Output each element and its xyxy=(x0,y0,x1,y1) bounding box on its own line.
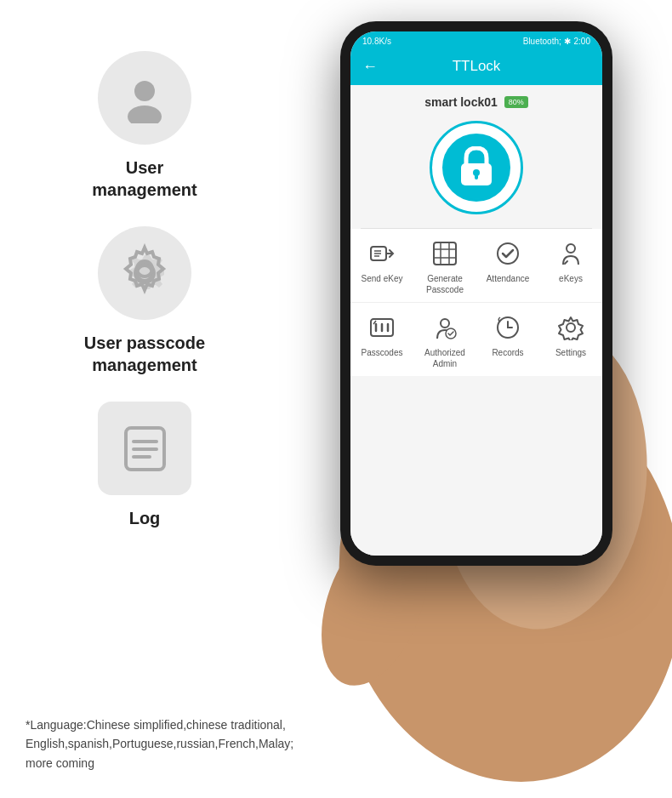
menu-ekeys[interactable]: eKeys xyxy=(539,229,602,302)
records-svg xyxy=(495,315,521,340)
feature-user-management: User management xyxy=(92,51,196,201)
svg-point-24 xyxy=(567,244,575,253)
back-button[interactable]: ← xyxy=(362,58,378,76)
menu-row-2: Passcodes Authorized Admin xyxy=(350,303,602,376)
settings-icon xyxy=(556,313,585,342)
attendance-icon xyxy=(493,239,522,268)
app-title: TTLock xyxy=(453,58,501,75)
screen-bottom-filler xyxy=(350,376,602,556)
log-label: Log xyxy=(129,507,161,529)
menu-passcodes[interactable]: Passcodes xyxy=(350,303,413,376)
status-bar: 10.8K/s Bluetooth; ✱ 2:00 xyxy=(350,31,602,51)
ekeys-icon xyxy=(556,239,585,268)
menu-send-ekey[interactable]: Send eKey xyxy=(350,229,413,302)
records-label: Records xyxy=(492,347,523,358)
phone-screen: 10.8K/s Bluetooth; ✱ 2:00 ← TTLock smart… xyxy=(350,31,602,556)
user-icon xyxy=(119,72,170,123)
svg-point-33 xyxy=(567,323,575,332)
ekey-send-svg xyxy=(369,242,395,265)
menu-row-1: Send eKey Generate Passcode xyxy=(350,229,602,303)
battery-label: 80% xyxy=(504,96,528,108)
passcode-management-label: User passcode management xyxy=(84,332,205,376)
menu-generate-passcode[interactable]: Generate Passcode xyxy=(413,229,476,302)
menu-attendance[interactable]: Attendance xyxy=(476,229,539,302)
status-right: Bluetooth; ✱ 2:00 xyxy=(523,37,590,46)
battery-time: 2:00 xyxy=(574,37,590,46)
padlock-icon xyxy=(458,146,495,189)
authorized-admin-label: Authorized Admin xyxy=(424,347,465,369)
svg-point-29 xyxy=(441,319,449,328)
ekeys-label: eKeys xyxy=(559,273,583,284)
generate-passcode-icon xyxy=(430,239,459,268)
ekeys-svg xyxy=(558,241,584,266)
svg-point-1 xyxy=(128,105,162,123)
attendance-svg xyxy=(495,241,521,266)
send-ekey-icon xyxy=(367,239,396,268)
menu-authorized-admin[interactable]: Authorized Admin xyxy=(413,303,476,376)
footer-note-text: *Language:Chinese simplified,chinese tra… xyxy=(26,718,293,770)
passcode-management-icon-bg xyxy=(98,226,191,320)
lock-section: smart lock01 80% xyxy=(350,85,602,228)
features-section: User management User passcode management xyxy=(26,51,264,555)
passcodes-svg xyxy=(369,316,395,339)
authorized-admin-icon xyxy=(430,313,459,342)
svg-point-0 xyxy=(134,81,155,101)
svg-rect-18 xyxy=(434,242,456,265)
log-icon xyxy=(117,421,173,476)
lock-icon-container[interactable] xyxy=(430,121,523,214)
passcodes-label: Passcodes xyxy=(362,347,403,358)
settings-svg xyxy=(558,315,584,340)
attendance-label: Attendance xyxy=(487,273,530,284)
records-icon xyxy=(493,313,522,342)
svg-point-23 xyxy=(498,243,518,264)
bluetooth-icon: Bluetooth; ✱ xyxy=(523,37,571,46)
lock-inner xyxy=(442,134,510,202)
settings-label: Settings xyxy=(555,347,586,358)
generate-passcode-label: Generate Passcode xyxy=(426,273,464,295)
menu-settings[interactable]: Settings xyxy=(539,303,602,376)
menu-records[interactable]: Records xyxy=(476,303,539,376)
app-header: ← TTLock xyxy=(350,51,602,85)
log-icon-bg xyxy=(98,402,191,495)
feature-passcode-management: User passcode management xyxy=(84,226,205,376)
lock-name-row: smart lock01 80% xyxy=(424,95,528,109)
send-ekey-label: Send eKey xyxy=(362,273,403,284)
passcodes-icon xyxy=(367,313,396,342)
user-management-icon-bg xyxy=(98,51,191,145)
authorized-admin-svg xyxy=(432,315,458,340)
footer-note: *Language:Chinese simplified,chinese tra… xyxy=(26,715,323,772)
feature-log: Log xyxy=(98,402,191,529)
passcode-svg xyxy=(432,241,458,266)
gear-icon xyxy=(115,243,174,303)
signal-text: 10.8K/s xyxy=(362,37,391,46)
svg-marker-32 xyxy=(559,317,583,340)
svg-rect-13 xyxy=(475,174,478,180)
user-management-label: User management xyxy=(92,157,196,201)
lock-name: smart lock01 xyxy=(424,95,498,109)
phone-body: 10.8K/s Bluetooth; ✱ 2:00 ← TTLock smart… xyxy=(340,21,612,566)
